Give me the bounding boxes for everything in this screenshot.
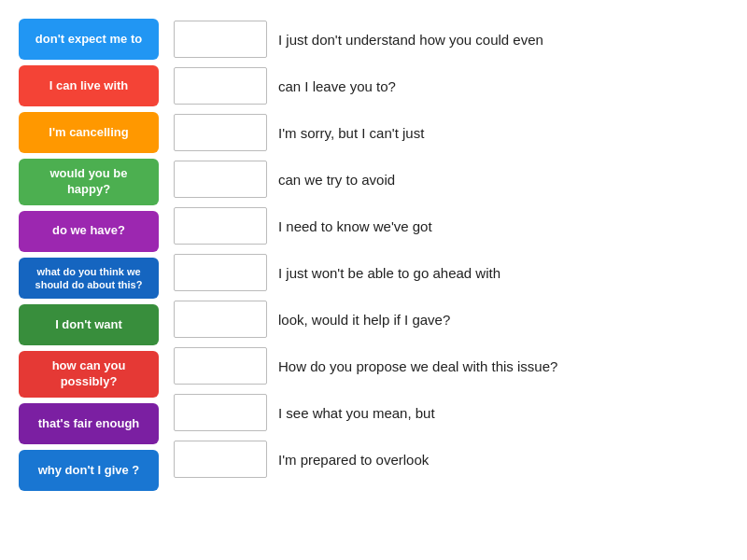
left-column: don't expect me toI can live withI'm can… (19, 19, 159, 491)
btn-9-button[interactable]: why don't I give ? (19, 450, 159, 491)
btn-8-button[interactable]: that's fair enough (19, 403, 159, 444)
btn-1-button[interactable]: I can live with (19, 65, 159, 106)
answer-input-2[interactable] (174, 114, 267, 151)
btn-3-button[interactable]: would you be happy? (19, 159, 159, 205)
answer-input-3[interactable] (174, 161, 267, 198)
phrase-row-4: I need to know we've got (174, 205, 728, 246)
phrase-text-6: look, would it help if I gave? (278, 310, 450, 329)
phrase-row-9: I'm prepared to overlook (174, 439, 728, 480)
phrase-text-1: can I leave you to? (278, 77, 396, 96)
answer-input-5[interactable] (174, 254, 267, 291)
phrase-text-2: I'm sorry, but I can't just (278, 123, 424, 143)
btn-0-button[interactable]: don't expect me to (19, 19, 159, 60)
phrase-row-2: I'm sorry, but I can't just (174, 112, 728, 153)
answer-input-1[interactable] (174, 67, 267, 105)
main-container: don't expect me toI can live withI'm can… (19, 19, 728, 491)
phrase-row-1: can I leave you to? (174, 65, 728, 106)
phrase-text-3: can we try to avoid (278, 170, 395, 189)
phrase-row-7: How do you propose we deal with this iss… (174, 345, 728, 386)
answer-input-8[interactable] (174, 394, 267, 431)
phrase-row-8: I see what you mean, but (174, 392, 728, 433)
phrase-text-5: I just won't be able to go ahead with (278, 263, 500, 283)
answer-input-9[interactable] (174, 441, 267, 478)
phrase-row-3: can we try to avoid (174, 159, 728, 200)
phrase-text-7: How do you propose we deal with this iss… (278, 357, 557, 376)
btn-2-button[interactable]: I'm cancelling (19, 112, 159, 153)
btn-4-button[interactable]: do we have? (19, 211, 159, 252)
right-column: I just don't understand how you could ev… (174, 19, 728, 491)
btn-7-button[interactable]: how can you possibly? (19, 351, 159, 398)
answer-input-4[interactable] (174, 207, 267, 245)
btn-6-button[interactable]: I don't want (19, 304, 159, 345)
phrase-row-6: look, would it help if I gave? (174, 299, 728, 340)
phrase-row-5: I just won't be able to go ahead with (174, 252, 728, 293)
answer-input-7[interactable] (174, 347, 267, 385)
phrase-text-8: I see what you mean, but (278, 403, 435, 423)
answer-input-6[interactable] (174, 301, 267, 338)
phrase-row-0: I just don't understand how you could ev… (174, 19, 728, 60)
btn-5-button[interactable]: what do you think we should do about thi… (19, 258, 159, 300)
answer-input-0[interactable] (174, 21, 267, 58)
phrase-text-9: I'm prepared to overlook (278, 450, 429, 469)
phrase-text-0: I just don't understand how you could ev… (278, 30, 543, 49)
phrase-text-4: I need to know we've got (278, 217, 432, 236)
